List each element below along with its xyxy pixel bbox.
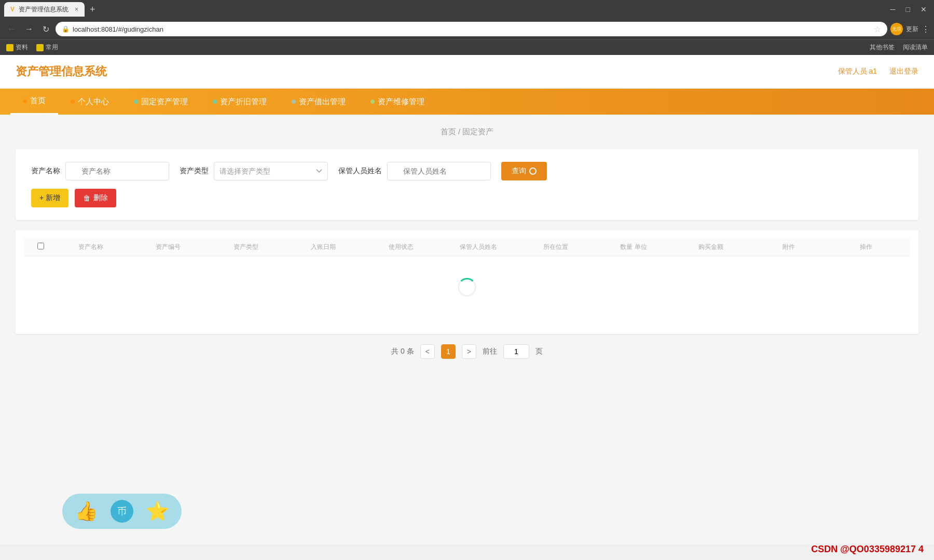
like-icon[interactable]: 👍 (75, 500, 98, 522)
table-header: 资产名称 资产编号 资产类型 入账日期 使用状态 保管人员姓名 所在位置 数量 … (24, 239, 910, 256)
loading-spinner (458, 278, 476, 297)
browser-toolbar: ← → ↻ 🔒 localhost:8081/#/gudingzichan ☆ … (0, 19, 934, 39)
nav-item-maintenance[interactable]: 资产维修管理 (358, 89, 437, 115)
nav-item-lending[interactable]: 资产借出管理 (279, 89, 358, 115)
bookmark-star-icon[interactable]: ☆ (874, 24, 881, 34)
bookmark-item-resources[interactable]: 资料 (6, 43, 28, 52)
nav-label-maintenance: 资产维修管理 (378, 97, 424, 107)
search-row: 资产名称 🔍 资产类型 请选择资产类型 保管人员姓名 (31, 162, 903, 180)
breadcrumb-separator: / (458, 127, 460, 136)
reload-button[interactable]: ↻ (39, 22, 52, 36)
total-count: 共 0 条 (391, 347, 414, 356)
bookmark-label: 资料 (16, 43, 28, 52)
table-body (24, 256, 910, 318)
nav-label-fixed: 固定资产管理 (141, 97, 188, 107)
logout-button[interactable]: 退出登录 (889, 67, 918, 76)
asset-name-field: 资产名称 🔍 (31, 162, 169, 180)
col-asset-no: 资产编号 (130, 243, 205, 251)
action-row: + 新增 🗑 删除 (31, 189, 903, 207)
menu-button[interactable]: ⋮ (922, 24, 930, 34)
asset-type-select[interactable]: 请选择资产类型 (214, 162, 328, 180)
address-bar[interactable]: 🔒 localhost:8081/#/gudingzichan ☆ (56, 22, 887, 36)
coin-icon[interactable]: 币 (111, 500, 133, 523)
custodian-input-wrapper: 🔍 (387, 162, 491, 180)
browser-tab[interactable]: V 资产管理信息系统 × (4, 2, 85, 17)
query-button[interactable]: 查询 (501, 162, 547, 180)
custodian-input[interactable] (387, 162, 491, 180)
tab-favicon: V (10, 6, 15, 13)
nav-dot-lending (292, 100, 296, 104)
asset-name-label: 资产名称 (31, 166, 60, 176)
nav-item-home[interactable]: 首页 (10, 89, 58, 115)
app-logo: 资产管理信息系统 (16, 64, 107, 79)
restore-button[interactable]: □ (903, 4, 913, 15)
asset-name-input[interactable] (65, 162, 169, 180)
next-page-button[interactable]: > (462, 344, 476, 359)
nav-label-home: 首页 (30, 96, 46, 106)
table-area: 资产名称 资产编号 资产类型 入账日期 使用状态 保管人员姓名 所在位置 数量 … (16, 230, 918, 334)
update-button[interactable]: 更新 (906, 25, 918, 34)
bookmarks-right: 其他书签 阅读清单 (870, 43, 928, 52)
page-unit: 页 (535, 347, 543, 356)
tab-close-button[interactable]: × (75, 6, 78, 13)
bookmark-folder-icon (6, 44, 13, 51)
asset-name-input-wrapper: 🔍 (65, 162, 169, 180)
nav-label-lending: 资产借出管理 (299, 97, 346, 107)
bookmark-folder-icon-2 (36, 44, 44, 51)
custodian-label: 保管人员姓名 (338, 166, 382, 176)
add-button[interactable]: + 新增 (31, 189, 68, 207)
page-content: 资产管理信息系统 保管人员 a1 退出登录 首页 个人中心 固定资产管理 资产折… (0, 55, 934, 544)
breadcrumb-current: 固定资产 (462, 127, 493, 136)
back-button[interactable]: ← (4, 22, 19, 36)
star-widget-icon[interactable]: ⭐ (146, 500, 169, 522)
bookmark-label-2: 常用 (46, 43, 58, 52)
breadcrumb: 首页 / 固定资产 (16, 127, 918, 137)
forward-button[interactable]: → (22, 22, 36, 36)
delete-label: 删除 (93, 193, 108, 203)
select-all-checkbox[interactable] (37, 243, 44, 249)
nav-label-personal: 个人中心 (78, 97, 109, 107)
profile-button[interactable]: 无痕 (890, 23, 903, 35)
asset-type-label: 资产类型 (180, 166, 209, 176)
minimize-button[interactable]: ─ (887, 4, 899, 15)
reading-list-link[interactable]: 阅读清单 (903, 43, 928, 52)
nav-dot-home (23, 99, 27, 103)
bookmark-item-common[interactable]: 常用 (36, 43, 58, 52)
new-tab-button[interactable]: + (87, 4, 99, 15)
query-search-icon (529, 167, 537, 175)
nav-label-depreciation: 资产折旧管理 (220, 97, 267, 107)
current-user-label: 保管人员 a1 (838, 67, 877, 76)
app-header: 资产管理信息系统 保管人员 a1 退出登录 (0, 55, 934, 89)
col-custodian: 保管人员姓名 (441, 243, 516, 251)
csdn-watermark: CSDN @QO0335989217 4 (811, 544, 924, 555)
nav-dot-personal (71, 100, 75, 104)
col-action: 操作 (829, 243, 904, 251)
search-area: 资产名称 🔍 资产类型 请选择资产类型 保管人员姓名 (16, 149, 918, 220)
col-asset-type: 资产类型 (208, 243, 283, 251)
close-window-button[interactable]: ✕ (917, 4, 930, 15)
col-quantity: 数量 单位 (596, 243, 671, 251)
nav-item-personal[interactable]: 个人中心 (58, 89, 121, 115)
titlebar: V 资产管理信息系统 × + ─ □ ✕ (0, 0, 934, 19)
prev-page-button[interactable]: < (420, 344, 435, 359)
other-bookmarks-link[interactable]: 其他书签 (870, 43, 895, 52)
custodian-field: 保管人员姓名 🔍 (338, 162, 491, 180)
query-label: 查询 (512, 166, 526, 176)
header-user-area: 保管人员 a1 退出登录 (838, 67, 918, 76)
nav-item-fixed-assets[interactable]: 固定资产管理 (121, 89, 200, 115)
nav-dot-depreciation (213, 100, 217, 104)
url-text: localhost:8081/#/gudingzichan (73, 25, 871, 33)
bottom-widget: 👍 币 ⭐ (62, 494, 182, 529)
profile-label: 无痕 (892, 26, 901, 33)
breadcrumb-home[interactable]: 首页 (441, 127, 456, 136)
lock-icon: 🔒 (62, 25, 70, 33)
nav-bar: 首页 个人中心 固定资产管理 资产折旧管理 资产借出管理 资产维修管理 (0, 89, 934, 115)
pagination: 共 0 条 < 1 > 前往 页 (16, 344, 918, 359)
goto-label: 前往 (483, 347, 497, 356)
delete-button[interactable]: 🗑 删除 (75, 189, 116, 207)
delete-icon: 🗑 (83, 194, 90, 202)
col-status: 使用状态 (363, 243, 438, 251)
nav-item-depreciation[interactable]: 资产折旧管理 (200, 89, 279, 115)
page-1-button[interactable]: 1 (441, 344, 456, 359)
goto-page-input[interactable] (503, 344, 529, 359)
